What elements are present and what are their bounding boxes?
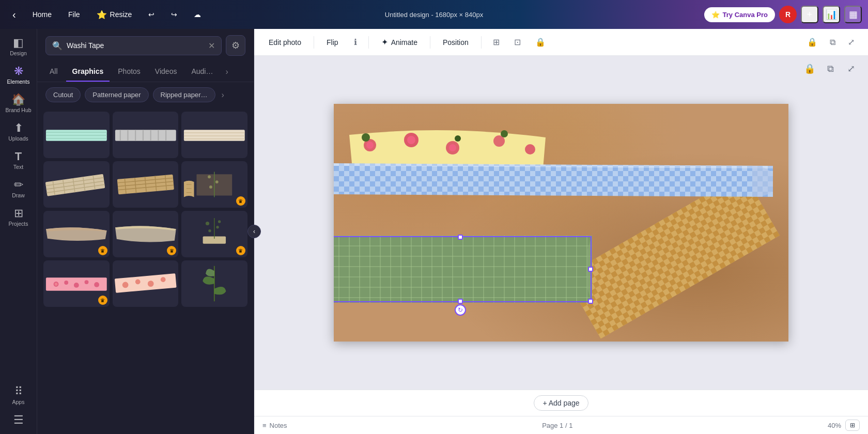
chip-patterned-paper[interactable]: Patterned paper	[85, 87, 148, 102]
list-item[interactable]	[43, 161, 110, 208]
expand-button[interactable]: ⤢	[843, 34, 860, 51]
sidebar-label-apps: Apps	[12, 399, 25, 405]
design-icon: ◧	[13, 37, 24, 49]
sidebar-item-apps[interactable]: ⠿ Apps	[2, 382, 35, 409]
crop-icon: ⊡	[514, 37, 521, 47]
svg-point-39	[208, 175, 211, 178]
animate-button[interactable]: ✦ Animate	[375, 34, 424, 51]
premium-badge: ♛	[236, 246, 245, 255]
svg-point-47	[218, 220, 221, 223]
add-page-button[interactable]: + Add page	[534, 395, 588, 411]
home-button[interactable]: Home	[26, 7, 58, 22]
list-item[interactable]	[113, 260, 179, 307]
cloud-sync-button[interactable]: ☁	[188, 7, 207, 22]
position-button[interactable]: Position	[437, 35, 475, 50]
sidebar-item-uploads[interactable]: ⬆ Uploads	[2, 118, 35, 146]
canvas-expand-icon[interactable]: ⤢	[842, 60, 860, 78]
svg-point-45	[216, 226, 219, 228]
tab-audio[interactable]: Audi…	[185, 62, 219, 82]
zoom-button[interactable]: ⊞	[845, 420, 860, 431]
canvas-lock-icon[interactable]: 🔒	[801, 60, 818, 78]
list-item[interactable]	[181, 260, 247, 307]
lock-button[interactable]: 🔒	[530, 34, 551, 51]
tab-all[interactable]: All	[43, 62, 64, 82]
blue-gingham-tape[interactable]	[334, 156, 773, 209]
list-item[interactable]	[43, 112, 110, 158]
sidebar-item-elements[interactable]: ❋ Elements	[2, 61, 35, 89]
grid-icon: ⊞	[493, 37, 500, 47]
filter-button[interactable]: ⚙	[226, 35, 245, 56]
list-item[interactable]: ♛	[181, 211, 247, 257]
list-item[interactable]	[113, 161, 179, 208]
search-bar: 🔍 ✕ ⚙	[37, 29, 254, 62]
sidebar-item-text[interactable]: T Text	[2, 147, 35, 174]
list-item[interactable]: ♛	[181, 161, 247, 208]
redo-icon: ↪	[171, 10, 177, 19]
sidebar-item-brand-hub[interactable]: 🏠 Brand Hub	[2, 90, 35, 117]
tab-photos[interactable]: Photos	[112, 62, 147, 82]
tabs-more-icon[interactable]: ›	[221, 62, 232, 82]
list-item[interactable]: ♛	[43, 211, 110, 257]
edit-photo-button[interactable]: Edit photo	[262, 35, 307, 50]
list-item[interactable]: ♛	[113, 211, 179, 257]
lock-icon: 🔒	[535, 37, 546, 47]
flip-button[interactable]: Flip	[320, 35, 345, 50]
svg-point-53	[85, 280, 89, 284]
selected-green-tape[interactable]: ↻	[334, 236, 592, 303]
tab-graphics[interactable]: Graphics	[66, 62, 110, 82]
nav-right-area: ⭐ Try Canva Pro R + 📊 ▦	[704, 6, 862, 23]
edit-photo-label: Edit photo	[269, 38, 301, 47]
add-collaborator-button[interactable]: +	[801, 6, 818, 23]
projects-icon: ⊞	[14, 208, 23, 219]
resize-button[interactable]: ⭐ Resize	[90, 7, 138, 23]
sidebar-item-draw[interactable]: ✏ Draw	[2, 175, 35, 203]
svg-point-52	[74, 283, 79, 288]
grid-button[interactable]: ⊞	[488, 34, 505, 51]
main-layout: ◧ Design ❋ Elements 🏠 Brand Hub ⬆ Upload…	[0, 29, 868, 434]
canvas-copy-icon[interactable]: ⧉	[822, 60, 839, 78]
clear-search-button[interactable]: ✕	[208, 41, 215, 51]
svg-point-51	[64, 281, 68, 285]
list-item[interactable]	[181, 112, 247, 158]
list-item[interactable]	[113, 112, 179, 158]
back-chevron[interactable]: ‹	[6, 6, 22, 24]
canvas-frame[interactable]: ↻	[334, 104, 788, 342]
chip-ripped-paper[interactable]: Ripped paper…	[153, 87, 215, 102]
list-item[interactable]: ♛	[43, 260, 110, 307]
elements-grid: ♛ ♛ ♛	[37, 107, 254, 434]
uploads-icon: ⬆	[14, 122, 23, 134]
flip-label: Flip	[327, 38, 338, 47]
tab-videos[interactable]: Videos	[149, 62, 183, 82]
chip-cutout[interactable]: Cutout	[45, 87, 81, 102]
sidebar-item-account[interactable]: ☰	[2, 410, 35, 430]
info-button[interactable]: ℹ	[349, 34, 362, 51]
hide-panel-button[interactable]: ‹	[247, 225, 261, 238]
add-page-label: + Add page	[542, 399, 579, 407]
svg-point-63	[362, 133, 370, 142]
chips-more-icon[interactable]: ›	[220, 88, 226, 102]
duplicate-button[interactable]: ⧉	[825, 34, 841, 51]
resize-label: Resize	[110, 10, 132, 19]
lock-top-right-button[interactable]: 🔒	[802, 34, 823, 51]
crop-button[interactable]: ⊡	[509, 34, 526, 51]
premium-badge: ♛	[98, 296, 107, 305]
sidebar-item-projects[interactable]: ⊞ Projects	[2, 204, 35, 231]
notes-label: Notes	[270, 422, 287, 429]
notes-button[interactable]: ≡ Notes	[262, 422, 287, 429]
lock2-icon: 🔒	[807, 37, 817, 47]
redo-button[interactable]: ↪	[165, 7, 183, 22]
sidebar-item-design[interactable]: ◧ Design	[2, 33, 35, 60]
undo-button[interactable]: ↩	[142, 7, 161, 22]
position-label: Position	[443, 38, 469, 47]
share-analytics-button[interactable]: 📊	[823, 6, 840, 23]
search-input[interactable]	[67, 41, 204, 50]
svg-point-65	[407, 136, 415, 144]
document-title: Untitled design - 868px × 434px	[385, 11, 483, 19]
try-pro-button[interactable]: ⭐ Try Canva Pro	[704, 7, 775, 22]
sidebar-label-elements: Elements	[7, 79, 30, 85]
user-avatar[interactable]: R	[779, 6, 797, 23]
divider	[314, 36, 314, 49]
file-button[interactable]: File	[62, 7, 86, 22]
apps-menu-button[interactable]: ▦	[844, 6, 862, 23]
toolbar-right: 🔒 ⧉ ⤢	[802, 34, 860, 51]
